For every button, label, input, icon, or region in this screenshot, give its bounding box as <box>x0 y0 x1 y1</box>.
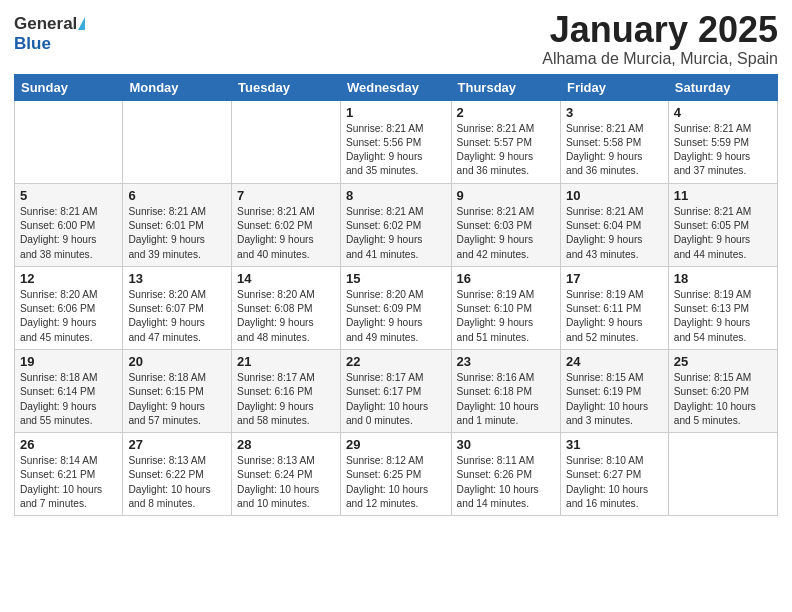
table-row: 10Sunrise: 8:21 AM Sunset: 6:04 PM Dayli… <box>560 183 668 266</box>
table-row: 12Sunrise: 8:20 AM Sunset: 6:06 PM Dayli… <box>15 266 123 349</box>
table-row: 15Sunrise: 8:20 AM Sunset: 6:09 PM Dayli… <box>340 266 451 349</box>
table-row: 5Sunrise: 8:21 AM Sunset: 6:00 PM Daylig… <box>15 183 123 266</box>
day-number: 30 <box>457 437 555 452</box>
day-info: Sunrise: 8:14 AM Sunset: 6:21 PM Dayligh… <box>20 454 117 511</box>
day-number: 12 <box>20 271 117 286</box>
day-number: 21 <box>237 354 335 369</box>
header-thursday: Thursday <box>451 74 560 100</box>
location-title: Alhama de Murcia, Murcia, Spain <box>542 50 778 68</box>
day-info: Sunrise: 8:13 AM Sunset: 6:24 PM Dayligh… <box>237 454 335 511</box>
day-info: Sunrise: 8:21 AM Sunset: 6:04 PM Dayligh… <box>566 205 663 262</box>
logo-general: General <box>14 14 77 34</box>
day-number: 3 <box>566 105 663 120</box>
table-row: 4Sunrise: 8:21 AM Sunset: 5:59 PM Daylig… <box>668 100 777 183</box>
table-row: 23Sunrise: 8:16 AM Sunset: 6:18 PM Dayli… <box>451 349 560 432</box>
day-info: Sunrise: 8:15 AM Sunset: 6:20 PM Dayligh… <box>674 371 772 428</box>
table-row: 6Sunrise: 8:21 AM Sunset: 6:01 PM Daylig… <box>123 183 232 266</box>
day-number: 31 <box>566 437 663 452</box>
day-number: 18 <box>674 271 772 286</box>
header-wednesday: Wednesday <box>340 74 451 100</box>
calendar-week-row: 26Sunrise: 8:14 AM Sunset: 6:21 PM Dayli… <box>15 433 778 516</box>
day-info: Sunrise: 8:20 AM Sunset: 6:06 PM Dayligh… <box>20 288 117 345</box>
table-row: 9Sunrise: 8:21 AM Sunset: 6:03 PM Daylig… <box>451 183 560 266</box>
calendar-week-row: 12Sunrise: 8:20 AM Sunset: 6:06 PM Dayli… <box>15 266 778 349</box>
day-info: Sunrise: 8:21 AM Sunset: 6:02 PM Dayligh… <box>346 205 446 262</box>
day-info: Sunrise: 8:21 AM Sunset: 6:05 PM Dayligh… <box>674 205 772 262</box>
day-number: 26 <box>20 437 117 452</box>
day-number: 1 <box>346 105 446 120</box>
table-row: 1Sunrise: 8:21 AM Sunset: 5:56 PM Daylig… <box>340 100 451 183</box>
table-row: 2Sunrise: 8:21 AM Sunset: 5:57 PM Daylig… <box>451 100 560 183</box>
day-info: Sunrise: 8:19 AM Sunset: 6:13 PM Dayligh… <box>674 288 772 345</box>
calendar-header-row: Sunday Monday Tuesday Wednesday Thursday… <box>15 74 778 100</box>
day-number: 25 <box>674 354 772 369</box>
table-row: 17Sunrise: 8:19 AM Sunset: 6:11 PM Dayli… <box>560 266 668 349</box>
table-row <box>668 433 777 516</box>
day-number: 7 <box>237 188 335 203</box>
day-number: 4 <box>674 105 772 120</box>
day-number: 6 <box>128 188 226 203</box>
table-row: 13Sunrise: 8:20 AM Sunset: 6:07 PM Dayli… <box>123 266 232 349</box>
header: General Blue January 2025 Alhama de Murc… <box>14 10 778 68</box>
day-info: Sunrise: 8:21 AM Sunset: 5:58 PM Dayligh… <box>566 122 663 179</box>
day-info: Sunrise: 8:18 AM Sunset: 6:15 PM Dayligh… <box>128 371 226 428</box>
table-row: 27Sunrise: 8:13 AM Sunset: 6:22 PM Dayli… <box>123 433 232 516</box>
day-info: Sunrise: 8:21 AM Sunset: 6:02 PM Dayligh… <box>237 205 335 262</box>
logo-triangle-icon <box>78 17 85 30</box>
calendar-table: Sunday Monday Tuesday Wednesday Thursday… <box>14 74 778 517</box>
header-tuesday: Tuesday <box>232 74 341 100</box>
table-row: 24Sunrise: 8:15 AM Sunset: 6:19 PM Dayli… <box>560 349 668 432</box>
logo: General Blue <box>14 14 85 54</box>
calendar-week-row: 19Sunrise: 8:18 AM Sunset: 6:14 PM Dayli… <box>15 349 778 432</box>
table-row: 30Sunrise: 8:11 AM Sunset: 6:26 PM Dayli… <box>451 433 560 516</box>
table-row: 7Sunrise: 8:21 AM Sunset: 6:02 PM Daylig… <box>232 183 341 266</box>
header-sunday: Sunday <box>15 74 123 100</box>
day-info: Sunrise: 8:21 AM Sunset: 6:01 PM Dayligh… <box>128 205 226 262</box>
main-container: General Blue January 2025 Alhama de Murc… <box>0 0 792 526</box>
day-info: Sunrise: 8:13 AM Sunset: 6:22 PM Dayligh… <box>128 454 226 511</box>
day-info: Sunrise: 8:19 AM Sunset: 6:10 PM Dayligh… <box>457 288 555 345</box>
day-number: 5 <box>20 188 117 203</box>
header-friday: Friday <box>560 74 668 100</box>
day-info: Sunrise: 8:21 AM Sunset: 5:57 PM Dayligh… <box>457 122 555 179</box>
title-block: January 2025 Alhama de Murcia, Murcia, S… <box>542 10 778 68</box>
day-number: 15 <box>346 271 446 286</box>
day-number: 11 <box>674 188 772 203</box>
day-number: 2 <box>457 105 555 120</box>
calendar-week-row: 1Sunrise: 8:21 AM Sunset: 5:56 PM Daylig… <box>15 100 778 183</box>
table-row: 25Sunrise: 8:15 AM Sunset: 6:20 PM Dayli… <box>668 349 777 432</box>
day-number: 9 <box>457 188 555 203</box>
day-number: 13 <box>128 271 226 286</box>
day-number: 17 <box>566 271 663 286</box>
day-number: 29 <box>346 437 446 452</box>
day-info: Sunrise: 8:10 AM Sunset: 6:27 PM Dayligh… <box>566 454 663 511</box>
day-number: 27 <box>128 437 226 452</box>
table-row: 21Sunrise: 8:17 AM Sunset: 6:16 PM Dayli… <box>232 349 341 432</box>
table-row: 29Sunrise: 8:12 AM Sunset: 6:25 PM Dayli… <box>340 433 451 516</box>
day-info: Sunrise: 8:19 AM Sunset: 6:11 PM Dayligh… <box>566 288 663 345</box>
day-number: 22 <box>346 354 446 369</box>
table-row <box>232 100 341 183</box>
day-info: Sunrise: 8:20 AM Sunset: 6:09 PM Dayligh… <box>346 288 446 345</box>
table-row: 22Sunrise: 8:17 AM Sunset: 6:17 PM Dayli… <box>340 349 451 432</box>
table-row: 3Sunrise: 8:21 AM Sunset: 5:58 PM Daylig… <box>560 100 668 183</box>
logo-blue: Blue <box>14 34 51 53</box>
day-number: 23 <box>457 354 555 369</box>
month-title: January 2025 <box>542 10 778 50</box>
table-row <box>15 100 123 183</box>
day-number: 8 <box>346 188 446 203</box>
day-number: 19 <box>20 354 117 369</box>
table-row: 28Sunrise: 8:13 AM Sunset: 6:24 PM Dayli… <box>232 433 341 516</box>
day-info: Sunrise: 8:20 AM Sunset: 6:07 PM Dayligh… <box>128 288 226 345</box>
day-number: 16 <box>457 271 555 286</box>
day-info: Sunrise: 8:21 AM Sunset: 5:56 PM Dayligh… <box>346 122 446 179</box>
table-row: 16Sunrise: 8:19 AM Sunset: 6:10 PM Dayli… <box>451 266 560 349</box>
header-monday: Monday <box>123 74 232 100</box>
table-row: 20Sunrise: 8:18 AM Sunset: 6:15 PM Dayli… <box>123 349 232 432</box>
table-row: 14Sunrise: 8:20 AM Sunset: 6:08 PM Dayli… <box>232 266 341 349</box>
header-saturday: Saturday <box>668 74 777 100</box>
table-row: 8Sunrise: 8:21 AM Sunset: 6:02 PM Daylig… <box>340 183 451 266</box>
day-number: 20 <box>128 354 226 369</box>
day-info: Sunrise: 8:17 AM Sunset: 6:16 PM Dayligh… <box>237 371 335 428</box>
day-info: Sunrise: 8:21 AM Sunset: 6:03 PM Dayligh… <box>457 205 555 262</box>
